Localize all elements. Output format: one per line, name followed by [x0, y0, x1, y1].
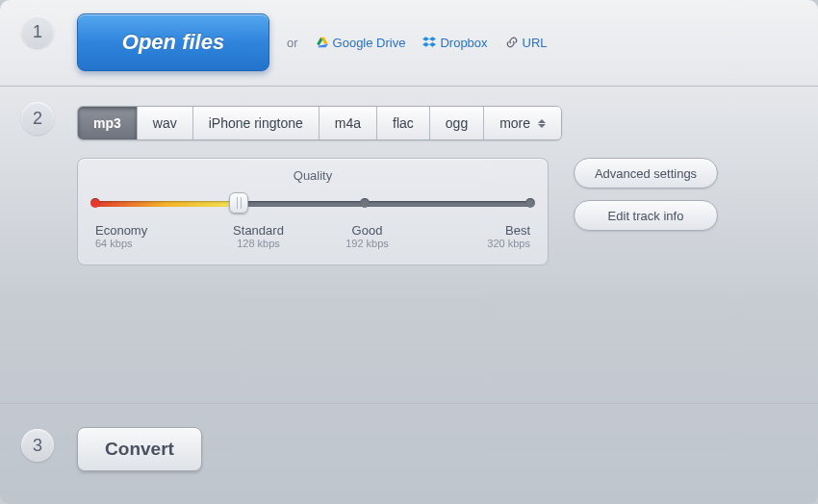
- format-tab-iphone[interactable]: iPhone ringtone: [193, 107, 320, 139]
- step-badge-3: 3: [21, 429, 54, 462]
- app-container: 1 Open files or Google Drive Dropbox: [0, 0, 818, 504]
- step1-row: Open files or Google Drive Dropbox URL: [77, 13, 799, 71]
- format-tab-more-label: more: [499, 115, 530, 131]
- quality-mark-kbps: 64 kbps: [95, 238, 204, 249]
- edit-track-info-button[interactable]: Edit track info: [574, 200, 718, 231]
- link-icon: [505, 36, 519, 49]
- quality-mark-kbps: 192 kbps: [313, 238, 422, 249]
- section-step-3: 3 Convert: [0, 404, 818, 491]
- google-drive-icon: [316, 36, 329, 49]
- slider-thumb[interactable]: [229, 192, 248, 214]
- dropbox-label: Dropbox: [440, 36, 487, 50]
- quality-mark-label: Best: [422, 223, 530, 238]
- or-label: or: [287, 36, 298, 50]
- quality-mark-kbps: 128 kbps: [204, 238, 313, 249]
- quality-mark-label: Good: [313, 223, 422, 238]
- format-tab-wav[interactable]: wav: [138, 107, 193, 139]
- google-drive-label: Google Drive: [333, 36, 406, 50]
- quality-panel: Quality Economy 64 kbps Standard: [77, 158, 549, 265]
- google-drive-link[interactable]: Google Drive: [316, 36, 406, 50]
- side-buttons: Advanced settings Edit track info: [574, 158, 718, 231]
- format-tab-m4a[interactable]: m4a: [320, 107, 377, 139]
- step-badge-1: 1: [21, 15, 54, 48]
- quality-mark-label: Economy: [95, 223, 204, 238]
- quality-mark-label: Standard: [204, 223, 313, 238]
- quality-mark-kbps: 320 kbps: [422, 238, 530, 249]
- slider-track-filled: [95, 201, 239, 207]
- url-link[interactable]: URL: [505, 36, 548, 50]
- dropbox-link[interactable]: Dropbox: [422, 36, 487, 50]
- format-tab-more[interactable]: more: [484, 107, 561, 139]
- slider-node-economy: [90, 198, 100, 208]
- format-tabs: mp3 wav iPhone ringtone m4a flac ogg mor…: [77, 106, 562, 140]
- url-label: URL: [523, 36, 548, 50]
- quality-mark-best: Best 320 kbps: [422, 223, 530, 249]
- step2-body: Quality Economy 64 kbps Standard: [77, 158, 799, 265]
- quality-mark-economy: Economy 64 kbps: [95, 223, 204, 249]
- quality-marks: Economy 64 kbps Standard 128 kbps Good 1…: [95, 223, 530, 249]
- chevron-updown-icon: [538, 119, 546, 128]
- convert-button[interactable]: Convert: [77, 427, 202, 471]
- open-files-button[interactable]: Open files: [77, 13, 269, 71]
- advanced-settings-button[interactable]: Advanced settings: [574, 158, 718, 189]
- format-tab-ogg[interactable]: ogg: [430, 107, 484, 139]
- dropbox-icon: [422, 36, 436, 49]
- quality-slider[interactable]: [95, 192, 530, 214]
- section-step-1: 1 Open files or Google Drive Dropbox: [0, 0, 818, 87]
- step-badge-2: 2: [21, 102, 54, 135]
- slider-node-best: [525, 198, 535, 208]
- quality-mark-good: Good 192 kbps: [313, 223, 422, 249]
- quality-mark-standard: Standard 128 kbps: [204, 223, 313, 249]
- format-tab-mp3[interactable]: mp3: [78, 107, 138, 139]
- section-step-2: 2 mp3 wav iPhone ringtone m4a flac ogg m…: [0, 87, 818, 404]
- quality-title: Quality: [95, 168, 530, 183]
- format-tab-flac[interactable]: flac: [377, 107, 430, 139]
